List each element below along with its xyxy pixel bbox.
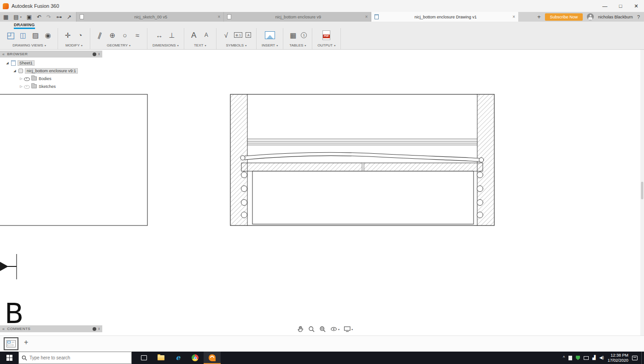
tab-nicj-bottom-enclosure-drawing[interactable]: nicj_bottom enclosure Drawing v1 × <box>371 12 518 22</box>
group-label-insert[interactable]: INSERT▾ <box>262 43 278 47</box>
line-icon[interactable]: ∥ <box>94 28 106 41</box>
section-line-marker[interactable]: B <box>0 254 23 329</box>
visibility-eye-icon[interactable] <box>24 76 29 81</box>
visibility-eye-off-icon[interactable] <box>24 84 29 89</box>
zoom-icon[interactable] <box>308 326 315 333</box>
panel-options-icon[interactable] <box>93 327 96 331</box>
base-view-icon[interactable]: ◰ <box>6 29 15 40</box>
tab-nicj-sketch-00[interactable]: nicj_sketch_00 v5 × <box>76 12 223 22</box>
canvas-scrollbar[interactable] <box>640 50 644 335</box>
feature-control-frame-icon[interactable]: ⊕.1 <box>234 32 243 38</box>
file-menu-caret-icon[interactable]: ▾ <box>20 15 22 18</box>
volume-icon[interactable]: ◀) <box>599 356 604 360</box>
file-explorer-button[interactable] <box>152 352 170 364</box>
fusion360-button[interactable] <box>204 352 221 364</box>
minimize-button[interactable]: — <box>597 0 613 12</box>
group-label-text[interactable]: TEXT▾ <box>194 43 206 47</box>
group-label-tables[interactable]: TABLES▾ <box>289 43 306 47</box>
section-drawing-view[interactable] <box>230 94 494 225</box>
collapsed-icon[interactable]: ▷ <box>18 77 24 81</box>
spline-icon[interactable]: ≈ <box>133 29 142 40</box>
show-desktop-strip[interactable] <box>641 352 642 364</box>
tree-item-sketches[interactable]: ▷ Sketches <box>0 82 102 90</box>
tab-nicj-bottom-enclosure[interactable]: nicj_bottom enclosure v9 × <box>223 12 371 22</box>
link-icon[interactable]: ⊶ <box>56 14 62 20</box>
display-settings-icon[interactable]: ▾ <box>344 326 353 332</box>
group-label-modify[interactable]: MODIFY▾ <box>65 43 82 47</box>
tab-close-icon[interactable]: × <box>365 14 368 19</box>
expanded-icon[interactable]: ◢ <box>5 61 10 65</box>
user-avatar[interactable] <box>587 13 594 20</box>
datum-identifier-icon[interactable]: A <box>246 32 251 38</box>
subscribe-button[interactable]: Subscribe Now <box>545 13 583 21</box>
display-tray-icon[interactable] <box>584 356 589 360</box>
dimension-icon[interactable]: ↔ <box>155 29 164 40</box>
panel-options-icon[interactable] <box>93 52 96 56</box>
projected-view-icon[interactable]: ◫ <box>18 29 28 40</box>
new-tab-button[interactable]: + <box>537 13 541 20</box>
maximize-button[interactable]: □ <box>613 0 628 12</box>
chrome-button[interactable] <box>187 352 204 364</box>
comments-panel-bar[interactable]: « COMMENTS ‖ <box>0 325 102 332</box>
pan-icon[interactable] <box>297 325 304 333</box>
search-input[interactable] <box>29 355 122 360</box>
section-label-b[interactable]: B <box>5 297 23 329</box>
browser-panel-bar[interactable]: « BROWSER ‖ <box>0 51 102 58</box>
output-pdf-icon[interactable]: PDF <box>322 30 330 40</box>
leader-text-icon[interactable]: A <box>202 29 211 40</box>
start-button[interactable] <box>0 352 18 364</box>
close-button[interactable]: ✕ <box>628 0 644 12</box>
group-label-drawing-views[interactable]: DRAWING VIEWS▾ <box>12 43 46 47</box>
zoom-window-icon[interactable] <box>319 326 326 333</box>
collapse-panel-icon[interactable]: « <box>2 52 5 57</box>
panel-grip-icon[interactable]: ‖ <box>98 52 100 56</box>
dropdown-caret-icon[interactable]: ▾ <box>338 328 340 331</box>
scrollbar-thumb[interactable] <box>641 182 644 199</box>
tray-app-icon[interactable] <box>568 356 572 360</box>
sheet1-tab[interactable] <box>4 337 18 350</box>
redo-icon[interactable]: ↷ <box>47 14 51 20</box>
group-label-symbols[interactable]: SYMBOLS▾ <box>226 43 247 47</box>
internet-explorer-button[interactable]: e <box>170 352 187 364</box>
tab-close-icon[interactable]: × <box>512 14 515 19</box>
help-button[interactable]: ? <box>637 14 640 20</box>
collapse-panel-icon[interactable]: « <box>2 327 5 331</box>
app-grid-menu-icon[interactable]: ▦ <box>3 14 8 20</box>
taskbar-search[interactable] <box>18 352 132 364</box>
panel-grip-icon[interactable]: ‖ <box>98 327 100 331</box>
taskbar-clock[interactable]: 12:38 PM 17/02/2020 <box>608 353 628 363</box>
group-label-geometry[interactable]: GEOMETRY▾ <box>107 43 131 47</box>
table-icon[interactable]: ▦ <box>288 29 298 40</box>
move-copy-icon[interactable]: ✛ <box>63 29 72 40</box>
circle-icon[interactable]: ○ <box>120 29 129 40</box>
tree-item-bodies[interactable]: ▷ Bodies <box>0 75 102 82</box>
undo-icon[interactable]: ↶ <box>37 14 41 20</box>
ordinate-dimension-icon[interactable]: ⊥ <box>167 29 176 40</box>
look-at-icon[interactable]: ▾ <box>330 326 340 332</box>
save-icon[interactable]: ▣ <box>27 14 32 20</box>
rotate-icon[interactable]: ◔ <box>76 29 85 40</box>
detail-view-icon[interactable]: ◉ <box>43 29 53 40</box>
balloon-icon[interactable]: 1 <box>301 32 307 38</box>
left-drawing-view[interactable] <box>0 94 147 225</box>
network-signal-icon[interactable]: ▟ <box>592 356 596 360</box>
insert-image-icon[interactable] <box>265 31 275 39</box>
defender-shield-icon[interactable] <box>576 356 580 360</box>
task-view-button[interactable] <box>135 352 152 364</box>
tab-close-icon[interactable]: × <box>217 14 220 19</box>
dropdown-caret-icon[interactable]: ▾ <box>351 328 353 331</box>
file-menu-icon[interactable]: ▤ <box>13 14 18 20</box>
surface-finish-icon[interactable]: √ <box>222 29 231 40</box>
group-label-dimensions[interactable]: DIMENSIONS▾ <box>152 43 179 47</box>
username-label[interactable]: nicholas Blackburn <box>598 15 633 19</box>
tray-expand-icon[interactable]: ^ <box>563 356 565 360</box>
action-center-icon[interactable] <box>632 356 638 360</box>
text-icon[interactable]: A <box>189 29 199 40</box>
section-view-icon[interactable]: ▨ <box>31 29 40 40</box>
group-label-output[interactable]: OUTPUT▾ <box>317 43 335 47</box>
share-icon[interactable]: ↗ <box>67 14 71 20</box>
add-sheet-button[interactable]: + <box>24 338 28 347</box>
tree-item-component[interactable]: ◢ nicj_bottom enclosure v9:1 <box>0 67 102 75</box>
tree-item-sheet1[interactable]: ◢ Sheet1 <box>0 59 102 67</box>
center-mark-icon[interactable]: ⊕ <box>108 29 117 40</box>
